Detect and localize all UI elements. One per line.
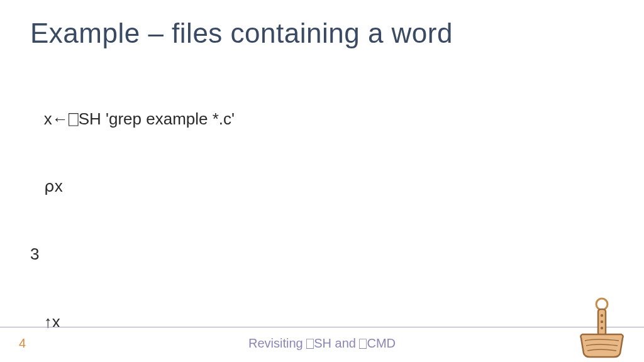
svg-point-0 bbox=[596, 299, 608, 310]
code-line: x←⎕SH 'grep example *.c' bbox=[30, 108, 614, 131]
code-line: ⍴x bbox=[30, 175, 614, 198]
hammer-logo-icon bbox=[577, 297, 626, 358]
svg-point-2 bbox=[601, 314, 603, 317]
svg-point-4 bbox=[601, 327, 603, 329]
slide-title: Example – files containing a word bbox=[30, 18, 614, 49]
svg-point-3 bbox=[601, 321, 603, 323]
code-line: 3 bbox=[30, 243, 614, 266]
slide-footer: 4 Revisiting ⎕SH and ⎕CMD bbox=[0, 319, 644, 362]
code-block: x←⎕SH 'grep example *.c' ⍴x 3 ↑x a.c:/* … bbox=[30, 63, 614, 362]
slide: Example – files containing a word x←⎕SH … bbox=[0, 0, 644, 362]
footer-divider bbox=[0, 327, 644, 327]
footer-text: Revisiting ⎕SH and ⎕CMD bbox=[0, 336, 644, 351]
